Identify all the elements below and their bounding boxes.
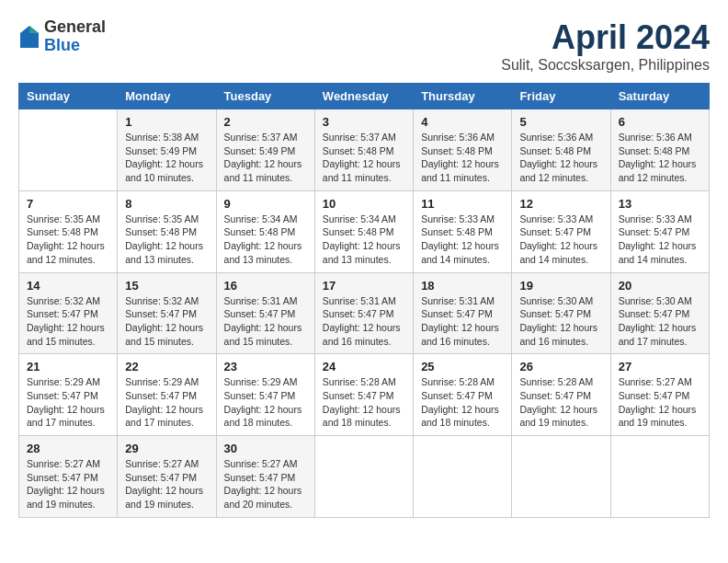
logo: General Blue [18, 18, 106, 55]
day-info: Sunrise: 5:27 AMSunset: 5:47 PMDaylight:… [619, 375, 701, 430]
weekday-header-row: SundayMondayTuesdayWednesdayThursdayFrid… [19, 84, 710, 109]
day-number: 17 [323, 279, 405, 293]
day-number: 13 [619, 197, 701, 211]
day-info: Sunrise: 5:28 AMSunset: 5:47 PMDaylight:… [519, 375, 602, 430]
day-number: 14 [27, 279, 109, 293]
day-number: 26 [519, 360, 602, 373]
day-info: Sunrise: 5:36 AMSunset: 5:48 PMDaylight:… [421, 131, 504, 185]
day-info: Sunrise: 5:29 AMSunset: 5:47 PMDaylight:… [125, 375, 208, 430]
day-number: 25 [421, 360, 504, 373]
day-number: 10 [323, 197, 405, 211]
calendar-day-cell: 19Sunrise: 5:30 AMSunset: 5:47 PMDayligh… [512, 272, 610, 354]
day-number: 28 [27, 442, 109, 455]
day-info: Sunrise: 5:27 AMSunset: 5:47 PMDaylight:… [27, 457, 109, 511]
day-number: 30 [224, 442, 307, 455]
calendar-week-row: 28Sunrise: 5:27 AMSunset: 5:47 PMDayligh… [19, 436, 710, 518]
day-number: 2 [224, 115, 307, 129]
calendar-day-cell: 21Sunrise: 5:29 AMSunset: 5:47 PMDayligh… [19, 354, 118, 436]
calendar-day-cell: 10Sunrise: 5:34 AMSunset: 5:48 PMDayligh… [314, 190, 413, 272]
day-number: 9 [224, 197, 307, 211]
calendar-day-cell: 25Sunrise: 5:28 AMSunset: 5:47 PMDayligh… [414, 354, 512, 436]
day-number: 15 [125, 279, 208, 293]
calendar-day-cell: 2Sunrise: 5:37 AMSunset: 5:49 PMDaylight… [216, 109, 314, 191]
title-area: April 2024 Sulit, Soccsksargen, Philippi… [501, 18, 710, 74]
logo-icon [18, 24, 40, 50]
day-info: Sunrise: 5:32 AMSunset: 5:47 PMDaylight:… [27, 294, 109, 349]
header: General Blue April 2024 Sulit, Soccsksar… [18, 18, 710, 74]
calendar-body: 1Sunrise: 5:38 AMSunset: 5:49 PMDaylight… [19, 109, 710, 518]
calendar-week-row: 14Sunrise: 5:32 AMSunset: 5:47 PMDayligh… [19, 272, 710, 354]
calendar-day-cell: 9Sunrise: 5:34 AMSunset: 5:48 PMDaylight… [216, 190, 314, 272]
weekday-header-cell: Friday [512, 84, 610, 109]
calendar-day-cell: 16Sunrise: 5:31 AMSunset: 5:47 PMDayligh… [216, 272, 314, 354]
day-number: 1 [125, 115, 208, 129]
logo-blue-text: Blue [44, 37, 106, 55]
calendar-day-cell [512, 436, 610, 518]
calendar-day-cell: 26Sunrise: 5:28 AMSunset: 5:47 PMDayligh… [512, 354, 610, 436]
logo-text: General Blue [44, 18, 106, 55]
day-info: Sunrise: 5:35 AMSunset: 5:48 PMDaylight:… [125, 213, 208, 267]
calendar-day-cell: 11Sunrise: 5:33 AMSunset: 5:48 PMDayligh… [414, 190, 512, 272]
svg-marker-1 [29, 26, 39, 33]
day-info: Sunrise: 5:29 AMSunset: 5:47 PMDaylight:… [224, 375, 307, 430]
day-number: 6 [619, 115, 701, 129]
calendar-day-cell: 8Sunrise: 5:35 AMSunset: 5:48 PMDaylight… [118, 190, 216, 272]
day-number: 11 [421, 197, 504, 211]
calendar-day-cell: 14Sunrise: 5:32 AMSunset: 5:47 PMDayligh… [19, 272, 118, 354]
calendar-week-row: 7Sunrise: 5:35 AMSunset: 5:48 PMDaylight… [19, 190, 710, 272]
calendar-week-row: 21Sunrise: 5:29 AMSunset: 5:47 PMDayligh… [19, 354, 710, 436]
day-number: 20 [619, 279, 701, 293]
calendar-day-cell: 15Sunrise: 5:32 AMSunset: 5:47 PMDayligh… [118, 272, 216, 354]
day-info: Sunrise: 5:28 AMSunset: 5:47 PMDaylight:… [421, 375, 504, 430]
day-info: Sunrise: 5:31 AMSunset: 5:47 PMDaylight:… [323, 294, 405, 349]
weekday-header-cell: Tuesday [216, 84, 314, 109]
calendar-day-cell: 5Sunrise: 5:36 AMSunset: 5:48 PMDaylight… [512, 109, 610, 191]
main-title: April 2024 [501, 18, 710, 57]
day-number: 27 [619, 360, 701, 373]
day-info: Sunrise: 5:30 AMSunset: 5:47 PMDaylight:… [519, 294, 602, 349]
calendar-day-cell: 30Sunrise: 5:27 AMSunset: 5:47 PMDayligh… [216, 436, 314, 518]
day-info: Sunrise: 5:28 AMSunset: 5:47 PMDaylight:… [323, 375, 405, 430]
calendar-day-cell: 27Sunrise: 5:27 AMSunset: 5:47 PMDayligh… [610, 354, 709, 436]
day-info: Sunrise: 5:37 AMSunset: 5:49 PMDaylight:… [224, 131, 307, 185]
weekday-header-cell: Wednesday [314, 84, 413, 109]
day-number: 29 [125, 442, 208, 455]
calendar-day-cell [19, 109, 118, 191]
calendar-day-cell: 7Sunrise: 5:35 AMSunset: 5:48 PMDaylight… [19, 190, 118, 272]
calendar-day-cell: 13Sunrise: 5:33 AMSunset: 5:47 PMDayligh… [610, 190, 709, 272]
calendar-day-cell: 17Sunrise: 5:31 AMSunset: 5:47 PMDayligh… [314, 272, 413, 354]
day-info: Sunrise: 5:36 AMSunset: 5:48 PMDaylight:… [519, 131, 602, 185]
day-info: Sunrise: 5:30 AMSunset: 5:47 PMDaylight:… [619, 294, 701, 349]
day-number: 7 [27, 197, 109, 211]
day-info: Sunrise: 5:33 AMSunset: 5:48 PMDaylight:… [421, 213, 504, 267]
calendar-table: SundayMondayTuesdayWednesdayThursdayFrid… [18, 83, 710, 518]
calendar-day-cell [314, 436, 413, 518]
calendar-day-cell: 6Sunrise: 5:36 AMSunset: 5:48 PMDaylight… [610, 109, 709, 191]
day-info: Sunrise: 5:27 AMSunset: 5:47 PMDaylight:… [224, 457, 307, 511]
day-info: Sunrise: 5:31 AMSunset: 5:47 PMDaylight:… [421, 294, 504, 349]
calendar-day-cell [414, 436, 512, 518]
day-info: Sunrise: 5:34 AMSunset: 5:48 PMDaylight:… [224, 213, 307, 267]
day-info: Sunrise: 5:33 AMSunset: 5:47 PMDaylight:… [519, 213, 602, 267]
day-info: Sunrise: 5:38 AMSunset: 5:49 PMDaylight:… [125, 131, 208, 185]
day-info: Sunrise: 5:33 AMSunset: 5:47 PMDaylight:… [619, 213, 701, 267]
day-info: Sunrise: 5:36 AMSunset: 5:48 PMDaylight:… [619, 131, 701, 185]
calendar-day-cell: 23Sunrise: 5:29 AMSunset: 5:47 PMDayligh… [216, 354, 314, 436]
calendar-day-cell: 22Sunrise: 5:29 AMSunset: 5:47 PMDayligh… [118, 354, 216, 436]
weekday-header-cell: Monday [118, 84, 216, 109]
day-number: 22 [125, 360, 208, 373]
calendar-day-cell: 28Sunrise: 5:27 AMSunset: 5:47 PMDayligh… [19, 436, 118, 518]
day-number: 4 [421, 115, 504, 129]
calendar-day-cell [610, 436, 709, 518]
subtitle: Sulit, Soccsksargen, Philippines [501, 57, 710, 74]
day-number: 8 [125, 197, 208, 211]
day-info: Sunrise: 5:27 AMSunset: 5:47 PMDaylight:… [125, 457, 208, 511]
weekday-header-cell: Sunday [19, 84, 118, 109]
day-info: Sunrise: 5:32 AMSunset: 5:47 PMDaylight:… [125, 294, 208, 349]
day-info: Sunrise: 5:29 AMSunset: 5:47 PMDaylight:… [27, 375, 109, 430]
day-number: 19 [519, 279, 602, 293]
calendar-day-cell: 18Sunrise: 5:31 AMSunset: 5:47 PMDayligh… [414, 272, 512, 354]
weekday-header-cell: Thursday [414, 84, 512, 109]
day-info: Sunrise: 5:37 AMSunset: 5:48 PMDaylight:… [323, 131, 405, 185]
calendar-day-cell: 12Sunrise: 5:33 AMSunset: 5:47 PMDayligh… [512, 190, 610, 272]
